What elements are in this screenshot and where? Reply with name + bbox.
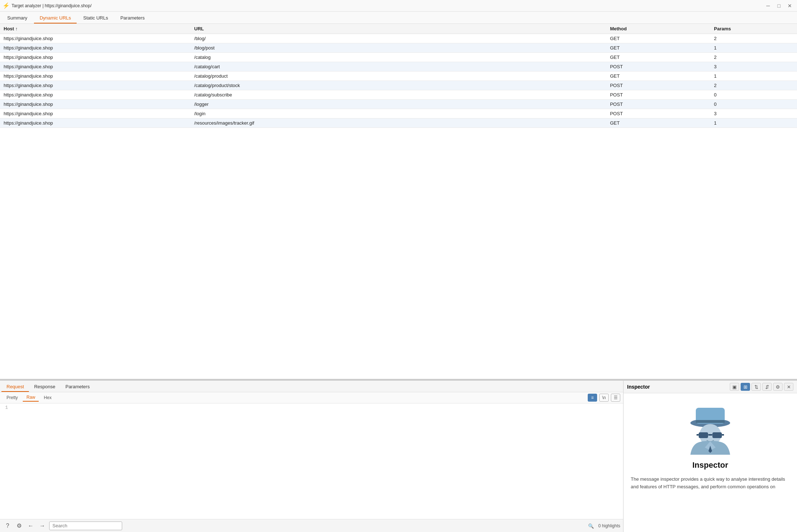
svg-rect-7 xyxy=(697,434,699,436)
cell-host: https://ginandjuice.shop xyxy=(0,53,190,62)
cell-url: /catalog/product xyxy=(190,72,606,81)
svg-rect-5 xyxy=(712,432,722,438)
table-row[interactable]: https://ginandjuice.shop/loggerPOST0 xyxy=(0,100,797,109)
cell-host: https://ginandjuice.shop xyxy=(0,62,190,72)
cell-host: https://ginandjuice.shop xyxy=(0,34,190,43)
cell-params: 2 xyxy=(710,34,797,43)
cell-url: /login xyxy=(190,109,606,118)
cell-method: GET xyxy=(607,43,711,53)
newline-icon[interactable]: \n xyxy=(599,394,609,402)
line-number: 1 xyxy=(0,405,11,410)
cell-host: https://ginandjuice.shop xyxy=(0,72,190,81)
cell-host: https://ginandjuice.shop xyxy=(0,118,190,128)
tab-response[interactable]: Response xyxy=(29,382,60,392)
inspector-close-btn[interactable]: ✕ xyxy=(784,383,793,391)
table-row[interactable]: https://ginandjuice.shop/catalog/subscri… xyxy=(0,90,797,100)
cell-params: 2 xyxy=(710,53,797,62)
upper-panel: Host ↑ URL Method Params https://ginandj… xyxy=(0,24,797,379)
svg-rect-2 xyxy=(696,420,725,423)
cell-params: 1 xyxy=(710,118,797,128)
tab-params[interactable]: Parameters xyxy=(60,382,95,392)
cell-host: https://ginandjuice.shop xyxy=(0,43,190,53)
highlights-badge: 0 highlights xyxy=(598,523,620,528)
cell-params: 1 xyxy=(710,43,797,53)
cell-host: https://ginandjuice.shop xyxy=(0,100,190,109)
cell-params: 3 xyxy=(710,109,797,118)
search-input[interactable] xyxy=(49,522,122,530)
menu-icon[interactable]: ☰ xyxy=(611,394,620,402)
inspector-header: Inspector ▣ ⊞ ⇅ ⇵ ⚙ ✕ xyxy=(624,381,797,393)
lower-tab-bar: Request Response Parameters xyxy=(0,381,623,392)
doc-icon[interactable]: ≡ xyxy=(588,394,597,402)
back-button[interactable]: ← xyxy=(26,521,35,531)
tab-dynamic-urls[interactable]: Dynamic URLs xyxy=(34,13,77,23)
table-body: https://ginandjuice.shop/blog/GET2https:… xyxy=(0,34,797,128)
cell-method: GET xyxy=(607,34,711,43)
content-line-1: 1 xyxy=(0,405,623,410)
cell-method: POST xyxy=(607,100,711,109)
inspector-description: The message inspector provides a quick w… xyxy=(631,476,790,491)
cell-method: GET xyxy=(607,72,711,81)
cell-method: POST xyxy=(607,90,711,100)
bottom-bar: ? ⚙ ← → 🔍 0 highlights xyxy=(0,519,623,532)
table-row[interactable]: https://ginandjuice.shop/resources/image… xyxy=(0,118,797,128)
cell-method: GET xyxy=(607,53,711,62)
col-header-url[interactable]: URL xyxy=(190,24,606,34)
inspector-heading: Inspector xyxy=(692,460,728,470)
col-header-params[interactable]: Params xyxy=(710,24,797,34)
content-area[interactable]: 1 xyxy=(0,403,623,519)
settings-button[interactable]: ⚙ xyxy=(14,521,24,531)
inspector-panel-title: Inspector xyxy=(627,384,728,390)
tab-request[interactable]: Request xyxy=(1,382,29,392)
inspector-settings-btn[interactable]: ⚙ xyxy=(773,383,783,391)
inspector-sort-btn[interactable]: ⇵ xyxy=(762,383,772,391)
cell-host: https://ginandjuice.shop xyxy=(0,81,190,90)
top-tab-bar: Summary Dynamic URLs Static URLs Paramet… xyxy=(0,12,797,24)
inspector-content: Inspector The message inspector provides… xyxy=(624,393,797,532)
cell-method: GET xyxy=(607,118,711,128)
tab-static-urls[interactable]: Static URLs xyxy=(77,13,114,23)
table-row[interactable]: https://ginandjuice.shop/catalog/product… xyxy=(0,72,797,81)
window-title: Target analyzer | https://ginandjuice.sh… xyxy=(12,3,764,8)
sub-tab-bar: Pretty Raw Hex ≡ \n ☰ xyxy=(0,392,623,403)
minimize-button[interactable]: ─ xyxy=(764,2,772,9)
sub-tab-raw[interactable]: Raw xyxy=(23,394,39,402)
app-icon: ⚡ xyxy=(3,3,9,9)
table-row[interactable]: https://ginandjuice.shop/blog/GET2 xyxy=(0,34,797,43)
inspector-filter-btn[interactable]: ⇅ xyxy=(751,383,761,391)
cell-url: /logger xyxy=(190,100,606,109)
table-header-row: Host ↑ URL Method Params xyxy=(0,24,797,34)
inspector-grid1-btn[interactable]: ▣ xyxy=(730,383,739,391)
inspector-illustration xyxy=(685,404,736,455)
table-row[interactable]: https://ginandjuice.shop/blog/postGET1 xyxy=(0,43,797,53)
cell-method: POST xyxy=(607,62,711,72)
col-header-host[interactable]: Host ↑ xyxy=(0,24,190,34)
table-scroll[interactable]: Host ↑ URL Method Params https://ginandj… xyxy=(0,24,797,379)
title-bar: ⚡ Target analyzer | https://ginandjuice.… xyxy=(0,0,797,12)
svg-rect-4 xyxy=(699,432,708,438)
tab-summary[interactable]: Summary xyxy=(1,13,33,23)
inspector-grid2-btn[interactable]: ⊞ xyxy=(741,383,750,391)
maximize-button[interactable]: □ xyxy=(775,2,783,9)
close-button[interactable]: ✕ xyxy=(785,2,794,9)
col-header-method[interactable]: Method xyxy=(607,24,711,34)
window-controls: ─ □ ✕ xyxy=(764,2,794,9)
cell-url: /blog/ xyxy=(190,34,606,43)
svg-rect-8 xyxy=(722,434,724,436)
table-row[interactable]: https://ginandjuice.shop/loginPOST3 xyxy=(0,109,797,118)
inspector-panel: Inspector ▣ ⊞ ⇅ ⇵ ⚙ ✕ xyxy=(624,381,797,532)
tab-parameters[interactable]: Parameters xyxy=(115,13,150,23)
main-container: Host ↑ URL Method Params https://ginandj… xyxy=(0,24,797,532)
search-icon: 🔍 xyxy=(588,523,594,528)
help-button[interactable]: ? xyxy=(3,521,12,531)
cell-url: /catalog/cart xyxy=(190,62,606,72)
forward-button[interactable]: → xyxy=(38,521,47,531)
cell-host: https://ginandjuice.shop xyxy=(0,109,190,118)
table-row[interactable]: https://ginandjuice.shop/catalogGET2 xyxy=(0,53,797,62)
cell-params: 0 xyxy=(710,100,797,109)
table-row[interactable]: https://ginandjuice.shop/catalog/product… xyxy=(0,81,797,90)
sub-tab-hex[interactable]: Hex xyxy=(40,394,55,401)
sub-tab-pretty[interactable]: Pretty xyxy=(3,394,21,401)
lower-left-panel: Request Response Parameters Pretty Raw H… xyxy=(0,381,624,532)
table-row[interactable]: https://ginandjuice.shop/catalog/cartPOS… xyxy=(0,62,797,72)
